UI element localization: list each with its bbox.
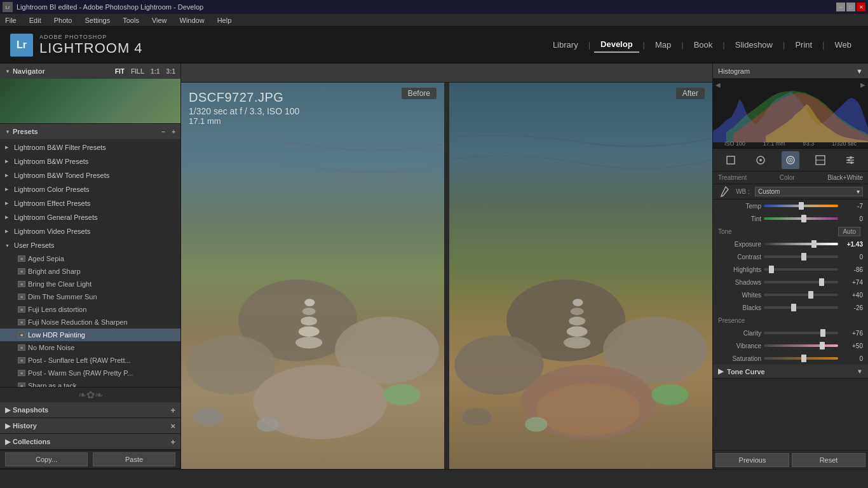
preset-dim-summer[interactable]: ≡ Dim The Summer Sun — [0, 290, 180, 303]
preset-sharp-tack[interactable]: ≡ Sharp as a tack — [0, 379, 180, 387]
preset-no-more-noise[interactable]: ≡ No More Noise — [0, 341, 180, 354]
svg-point-31 — [759, 159, 762, 161]
preset-low-hdr[interactable]: ≡ Low HDR Painting — [0, 329, 180, 341]
contrast-slider-track[interactable] — [764, 255, 838, 258]
tint-slider-track[interactable] — [764, 217, 838, 220]
blacks-slider-track[interactable] — [764, 306, 838, 309]
contrast-thumb[interactable] — [801, 253, 806, 261]
eyedropper-icon[interactable] — [718, 186, 731, 198]
hist-shadow-clip[interactable]: ◀ — [715, 81, 721, 88]
collections-add[interactable]: + — [170, 437, 175, 447]
hist-highlight-clip[interactable]: ▶ — [860, 81, 865, 88]
preset-group-video-header[interactable]: ▶ Lightroom Video Presets — [0, 224, 180, 238]
zoom-1to1[interactable]: 1:1 — [151, 68, 159, 75]
history-close[interactable]: × — [170, 421, 175, 431]
snapshots-add[interactable]: + — [170, 405, 175, 415]
menu-file[interactable]: File — [3, 17, 19, 24]
whites-slider-track[interactable] — [764, 294, 838, 296]
presets-minus[interactable]: − — [161, 128, 165, 135]
preset-fuji-lens[interactable]: ≡ Fuji Lens distortion — [0, 303, 180, 316]
clarity-slider-track[interactable] — [764, 332, 838, 334]
nav-slideshow[interactable]: Slideshow — [729, 37, 779, 52]
nav-web[interactable]: Web — [829, 37, 858, 52]
shadows-slider-track[interactable] — [764, 281, 838, 283]
preset-group-bwtoned-header[interactable]: ▶ Lightroom B&W Toned Presets — [0, 168, 180, 182]
bw-label[interactable]: Black+White — [827, 174, 863, 181]
navigator-triangle: ▼ — [5, 69, 10, 74]
exposure-slider-track[interactable] — [764, 243, 838, 245]
menu-tools[interactable]: Tools — [120, 17, 142, 24]
preset-group-color-header[interactable]: ▶ Lightroom Color Presets — [0, 182, 180, 196]
maximize-button[interactable]: □ — [846, 3, 855, 11]
vibrance-thumb[interactable] — [820, 342, 825, 349]
preset-clear-light[interactable]: ≡ Bring the Clear Light — [0, 278, 180, 290]
preset-group-user-header[interactable]: ▼ User Presets — [0, 238, 180, 252]
saturation-thumb[interactable] — [801, 355, 806, 362]
shadows-value: +74 — [841, 279, 863, 286]
color-tool[interactable] — [811, 151, 829, 169]
whites-thumb[interactable] — [808, 291, 813, 299]
wb-label: WB : — [733, 188, 752, 195]
minimize-button[interactable]: ─ — [836, 3, 845, 11]
preset-group-bw-header[interactable]: ▶ Lightroom B&W Presets — [0, 154, 180, 168]
wb-select[interactable]: Custom ▾ — [755, 187, 863, 196]
preset-group-effect-header[interactable]: ▶ Lightroom Effect Presets — [0, 196, 180, 210]
presets-plus[interactable]: + — [172, 128, 175, 135]
shadows-thumb[interactable] — [819, 278, 824, 286]
highlights-slider-track[interactable] — [764, 268, 838, 271]
treatment-row: Treatment Color Black+White — [713, 172, 868, 184]
preset-fuji-noise[interactable]: ≡ Fuji Noise Reduction & Sharpen — [0, 316, 180, 329]
menu-edit[interactable]: Edit — [27, 17, 44, 24]
tone-curve-header[interactable]: ▶ Tone Curve ▼ — [713, 365, 868, 379]
menu-help[interactable]: Help — [215, 17, 234, 24]
histogram-collapse[interactable]: ▼ — [856, 67, 863, 75]
nav-develop[interactable]: Develop — [594, 37, 639, 53]
saturation-slider-track[interactable] — [764, 357, 838, 360]
blacks-thumb[interactable] — [791, 304, 796, 311]
preset-group-bwfilter-header[interactable]: ▶ Lightroom B&W Filter Presets — [0, 140, 180, 154]
menu-photo[interactable]: Photo — [51, 17, 75, 24]
preset-bright-sharp[interactable]: ≡ Bright and Sharp — [0, 265, 180, 278]
previous-button[interactable]: Previous — [715, 453, 789, 467]
slider-tool[interactable] — [841, 151, 859, 169]
blacks-value: -26 — [841, 304, 863, 311]
presets-header[interactable]: ▼ Presets − + — [0, 124, 180, 139]
copy-button[interactable]: Copy... — [5, 452, 88, 466]
crop-tool[interactable] — [722, 151, 740, 169]
preset-sunflare[interactable]: ≡ Post - Sunflare Left {RAW Prett... — [0, 354, 180, 367]
menu-view[interactable]: View — [149, 17, 170, 24]
auto-button[interactable]: Auto — [838, 227, 860, 236]
heal-tool[interactable] — [752, 151, 770, 169]
preset-group-general-header[interactable]: ▶ Lightroom General Presets — [0, 210, 180, 224]
reset-button[interactable]: Reset — [792, 453, 865, 467]
temp-slider-track[interactable] — [764, 205, 838, 207]
nav-library[interactable]: Library — [546, 37, 585, 52]
paste-button[interactable]: Paste — [93, 452, 175, 466]
vibrance-slider-track[interactable] — [764, 344, 838, 347]
preset-group-bwtoned: ▶ Lightroom B&W Toned Presets — [0, 168, 180, 182]
snapshots-header[interactable]: ▶ Snapshots + — [0, 402, 180, 417]
preset-warm-sun[interactable]: ≡ Post - Warm Sun {RAW Pretty P... — [0, 367, 180, 379]
exposure-thumb[interactable] — [811, 240, 817, 248]
nav-print[interactable]: Print — [789, 37, 818, 52]
nav-book[interactable]: Book — [688, 37, 719, 52]
collections-header[interactable]: ▶ Collections + — [0, 434, 180, 449]
zoom-3to1[interactable]: 3:1 — [166, 68, 175, 75]
tint-thumb[interactable] — [801, 215, 806, 222]
zoom-fill[interactable]: FILL — [131, 68, 144, 75]
close-button[interactable]: ✕ — [857, 3, 865, 11]
preset-aged-sepia[interactable]: ≡ Aged Sepia — [0, 252, 180, 265]
clarity-thumb[interactable] — [820, 329, 825, 337]
window-controls[interactable]: ─ □ ✕ — [836, 3, 865, 11]
basic-tool[interactable] — [782, 151, 799, 169]
history-header[interactable]: ▶ History × — [0, 418, 180, 433]
temp-thumb[interactable] — [799, 202, 804, 210]
zoom-fit[interactable]: FIT — [115, 68, 125, 75]
menu-window[interactable]: Window — [177, 17, 207, 24]
tool-icons-row — [713, 149, 868, 172]
highlights-thumb[interactable] — [769, 266, 774, 273]
nav-map[interactable]: Map — [649, 37, 677, 52]
menu-settings[interactable]: Settings — [82, 17, 112, 24]
navigator-header[interactable]: ▼ Navigator FIT FILL 1:1 3:1 — [0, 64, 180, 79]
title-left: Lr Lightroom BI edited - Adobe Photoshop… — [3, 2, 203, 12]
